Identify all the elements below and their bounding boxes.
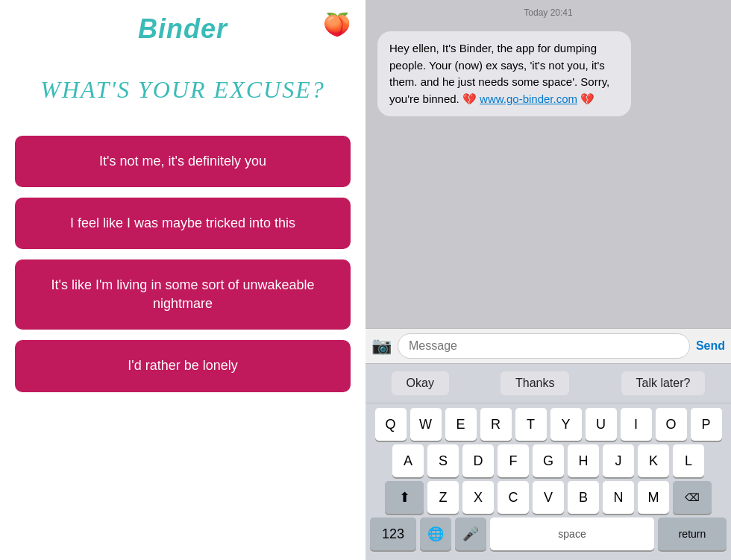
quickreply-okay[interactable]: Okay — [392, 371, 449, 395]
message-input[interactable] — [398, 333, 690, 359]
key-g[interactable]: G — [533, 444, 564, 477]
key-mic[interactable]: 🎤 — [455, 517, 486, 550]
key-q[interactable]: Q — [375, 408, 407, 441]
key-globe[interactable]: 🌐 — [420, 517, 451, 550]
excuse-button-4[interactable]: I'd rather be lonely — [15, 340, 351, 391]
send-button[interactable]: Send — [696, 339, 725, 353]
key-l[interactable]: L — [673, 444, 704, 477]
brand-name: Binder — [138, 13, 228, 44]
key-123[interactable]: 123 — [370, 517, 416, 550]
headline: What's your excuse? — [18, 52, 347, 136]
message-link[interactable]: www.go-binder.com — [480, 92, 577, 105]
key-t[interactable]: T — [515, 408, 547, 441]
excuse-button-2[interactable]: I feel like I was maybe tricked into thi… — [15, 198, 351, 249]
received-message: Hey ellen, It's Binder, the app for dump… — [377, 31, 631, 116]
key-o[interactable]: O — [656, 408, 687, 441]
message-timestamp: Today 20:41 — [366, 0, 731, 25]
key-space[interactable]: space — [490, 517, 654, 550]
key-b[interactable]: B — [568, 481, 599, 514]
key-delete[interactable]: ⌫ — [673, 481, 712, 514]
excuse-button-1[interactable]: It's not me, it's definitely you — [15, 136, 351, 187]
key-u[interactable]: U — [586, 408, 617, 441]
key-h[interactable]: H — [568, 444, 599, 477]
quickreply-talklater[interactable]: Talk later? — [621, 371, 706, 395]
key-z[interactable]: Z — [427, 481, 459, 514]
key-c[interactable]: C — [498, 481, 529, 514]
key-v[interactable]: V — [533, 481, 564, 514]
right-panel: Today 20:41 Hey ellen, It's Binder, the … — [366, 0, 731, 560]
left-panel: Binder 🍑 What's your excuse? It's not me… — [0, 0, 366, 560]
key-x[interactable]: X — [462, 481, 494, 514]
excuse-buttons-container: It's not me, it's definitely you I feel … — [0, 136, 366, 392]
key-k[interactable]: K — [638, 444, 669, 477]
key-m[interactable]: M — [638, 481, 669, 514]
key-s[interactable]: S — [427, 444, 459, 477]
key-w[interactable]: W — [410, 408, 442, 441]
message-input-row: 📷 Send — [366, 328, 731, 363]
key-n[interactable]: N — [603, 481, 634, 514]
key-return[interactable]: return — [658, 517, 727, 550]
key-e[interactable]: E — [445, 408, 477, 441]
app-header: Binder 🍑 — [0, 0, 366, 52]
keyboard-row-bottom: 123 🌐 🎤 space return — [368, 517, 728, 550]
key-r[interactable]: R — [480, 408, 512, 441]
key-a[interactable]: A — [392, 444, 424, 477]
keyboard-row-1: Q W E R T Y U I O P — [368, 408, 728, 441]
key-shift[interactable]: ⬆ — [385, 481, 424, 514]
keyboard-row-3: ⬆ Z X C V B N M ⌫ — [368, 481, 728, 514]
key-p[interactable]: P — [691, 408, 722, 441]
key-d[interactable]: D — [462, 444, 494, 477]
key-y[interactable]: Y — [550, 408, 582, 441]
key-j[interactable]: J — [603, 444, 634, 477]
excuse-button-3[interactable]: It's like I'm living in some sort of unw… — [15, 259, 351, 330]
peach-icon: 🍑 — [323, 11, 351, 37]
messages-area: Hey ellen, It's Binder, the app for dump… — [366, 25, 731, 328]
key-i[interactable]: I — [621, 408, 652, 441]
brand-logo: Binder — [138, 13, 228, 45]
keyboard-row-2: A S D F G H J K L — [368, 444, 728, 477]
key-f[interactable]: F — [498, 444, 529, 477]
quickreply-row: Okay Thanks Talk later? — [366, 363, 731, 403]
camera-icon[interactable]: 📷 — [371, 336, 392, 356]
keyboard: Q W E R T Y U I O P A S D F G H J K L ⬆ … — [366, 403, 731, 560]
quickreply-thanks[interactable]: Thanks — [501, 371, 569, 395]
